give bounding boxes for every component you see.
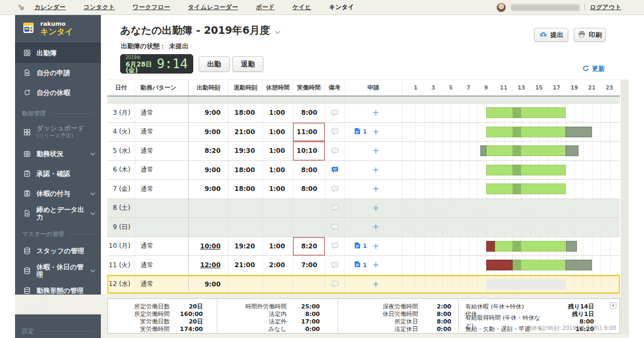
timeline-gridline — [601, 161, 601, 180]
topbar-link-タイムレコーダー[interactable]: タイムレコーダー — [188, 3, 238, 11]
cell-work-pattern: 通常 — [135, 180, 189, 199]
cell-clock-out-time — [229, 97, 263, 103]
clipboard-person-icon — [23, 189, 31, 197]
topbar-link-カレンダー[interactable]: カレンダー — [34, 3, 66, 11]
scrollbar-track[interactable] — [621, 79, 628, 334]
sidebar-item-my-requests[interactable]: 自分の申請 — [15, 63, 101, 83]
hour-tick: 3 — [431, 85, 435, 91]
summary-row: 法定休日0:00 — [338, 326, 458, 333]
add-request-button[interactable]: + — [372, 261, 379, 269]
download-icon[interactable] — [610, 301, 617, 311]
cell-memo — [325, 104, 345, 122]
topbar-link-ケイヒ[interactable]: ケイヒ — [292, 3, 311, 11]
sidebar-item-closing-export[interactable]: 締めとデータ出力 — [15, 203, 101, 223]
add-request-button[interactable]: + — [372, 185, 379, 193]
request-doc-badge[interactable]: 1 — [354, 242, 367, 251]
sidebar-item-label: ダッシュボード(リリース予定) — [36, 124, 96, 139]
cell-memo — [325, 97, 345, 103]
memo-icon[interactable] — [331, 109, 339, 116]
summary-value: 2:00 — [418, 303, 451, 310]
timeline-gridline — [495, 97, 495, 103]
timeline-gridline — [451, 123, 451, 142]
cell-clock-in-time: 9:00 — [189, 104, 229, 122]
summary-label: 深夜労働時間 — [338, 303, 418, 311]
memo-icon[interactable] — [331, 148, 339, 155]
timeline-gridline — [460, 218, 460, 237]
add-request-button[interactable]: + — [372, 204, 379, 212]
logout-link[interactable]: ログアウト — [590, 3, 621, 11]
add-request-button[interactable]: + — [372, 146, 379, 155]
cell-date: 3 (月) — [107, 104, 135, 122]
summary-value: 残り14日 — [548, 303, 594, 311]
submit-button[interactable]: 提出 — [534, 28, 568, 42]
summary-row: 所定休日8:00 — [338, 318, 458, 325]
memo-icon[interactable] — [331, 281, 339, 288]
summary-panel: 最終集計時刻: 2019年6月28日 9:00 所定労働日数20日所定労働時間1… — [107, 298, 620, 334]
timeline-gridline — [469, 237, 469, 256]
column-header-6: 備考 — [325, 80, 345, 95]
topbar-link-コンタクト[interactable]: コンタクト — [84, 3, 115, 11]
add-request-button[interactable]: + — [372, 108, 379, 117]
cell-clock-out-time: 21:00 — [229, 256, 263, 275]
add-request-button[interactable]: + — [372, 242, 379, 251]
gantt-bar-extra — [566, 260, 592, 270]
timeline-gridline — [610, 123, 610, 142]
add-request-button[interactable]: + — [372, 223, 379, 231]
cell-clock-in-time[interactable]: 10:00 — [189, 237, 229, 256]
memo-icon[interactable] — [331, 166, 339, 173]
print-button[interactable]: 印刷 — [574, 28, 606, 42]
timeline-gridline — [477, 218, 478, 237]
hour-tick: 13 — [517, 85, 525, 91]
clock-badge-icon — [23, 49, 31, 57]
chevron-down-icon[interactable] — [275, 25, 281, 36]
sidebar-item-my-leave[interactable]: 自分の休暇 — [15, 83, 101, 102]
timeline-gridline — [433, 218, 434, 237]
summary-value: 8:00 — [418, 318, 451, 325]
memo-icon[interactable] — [331, 243, 339, 249]
clock-in-button[interactable]: 出勤 — [199, 56, 230, 72]
timeline-gridline — [469, 275, 469, 294]
summary-value: 0:00 — [418, 326, 451, 333]
sidebar-item-attendance-book[interactable]: 出勤簿 — [15, 43, 101, 63]
cell-date: 10 (月) — [107, 237, 135, 256]
cell-work-pattern — [135, 218, 189, 237]
timeline-gridline — [610, 199, 610, 218]
timeline-gridline — [539, 97, 539, 103]
request-doc-badge[interactable]: 1 — [354, 128, 367, 136]
memo-icon[interactable] — [331, 128, 339, 135]
sidebar-item-holiday-management[interactable]: 休暇・休日の管理 — [15, 261, 101, 281]
cell-date: 5 (水) — [107, 142, 135, 160]
sidebar-item-work-rules[interactable]: 就業規則 — [15, 294, 101, 314]
memo-icon[interactable] — [331, 204, 339, 211]
add-request-button[interactable]: + — [372, 166, 379, 174]
sidebar-item-dashboard[interactable]: ダッシュボード(リリース予定) — [15, 120, 101, 144]
refresh-link[interactable]: 更新 — [582, 64, 605, 74]
cell-request: + — [345, 161, 402, 180]
topbar-link-キンタイ[interactable]: キンタイ — [329, 3, 354, 11]
timeline-gridline — [451, 104, 451, 122]
topbar-link-ボード[interactable]: ボード — [256, 3, 275, 11]
sidebar-item-staff-management[interactable]: スタッフの管理 — [15, 241, 101, 261]
cell-clock-in-time[interactable]: 12:00 — [189, 256, 229, 275]
timeline-gridline — [415, 97, 416, 103]
cell-request: 1+ — [345, 256, 402, 275]
timeline-gridline — [574, 199, 575, 218]
request-doc-badge[interactable]: 1 — [354, 261, 367, 269]
sidebar-item-leave-grant[interactable]: 休暇の付与 — [15, 183, 101, 203]
memo-icon[interactable] — [331, 262, 339, 269]
timeline-gridline — [477, 237, 478, 256]
timeline-gridline — [460, 97, 460, 103]
db-icon — [23, 247, 31, 255]
memo-icon[interactable] — [331, 186, 339, 193]
timeline-gridline — [442, 97, 443, 103]
hour-tick: 11 — [500, 85, 508, 91]
kintai-logo-icon — [21, 21, 35, 37]
memo-icon[interactable] — [331, 224, 339, 231]
add-request-button[interactable]: + — [372, 280, 379, 289]
sidebar-item-work-status[interactable]: 勤務状況 — [15, 144, 101, 164]
sidebar-item-approval-confirm[interactable]: 承認・確認 — [15, 164, 101, 183]
clock-out-button[interactable]: 退勤 — [232, 56, 264, 72]
topbar-link-ワークフロー[interactable]: ワークフロー — [133, 3, 170, 11]
timeline-gridline — [601, 142, 601, 160]
add-request-button[interactable]: + — [372, 128, 379, 136]
